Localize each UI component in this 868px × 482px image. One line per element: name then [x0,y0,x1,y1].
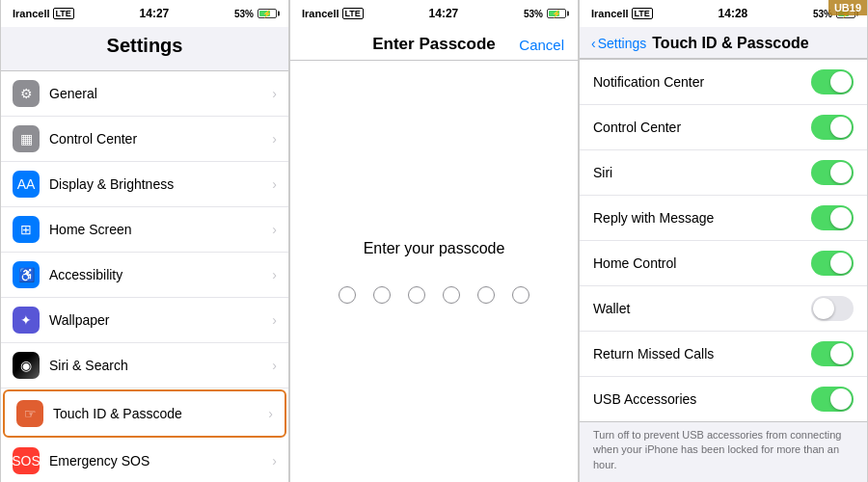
carrier-1: Irancell [13,8,50,19]
carrier-2: Irancell [302,8,339,19]
battery-pct-2: 53% [524,9,543,19]
status-bar-1: Irancell LTE 14:27 53% ⚡ [1,0,288,27]
row-icon-home: ⊞ [13,216,40,243]
passcode-dot-4 [443,286,460,304]
battery-bolt-2: ⚡ [552,10,561,18]
row-label-general: General [49,86,268,101]
row-icon-general: ⚙ [13,80,40,107]
settings-row-home[interactable]: ⊞ Home Screen › [1,207,288,253]
touchid-label-siri: Siri [593,165,811,180]
chevron-right-icon-display: › [272,176,277,192]
passcode-dot-2 [373,286,391,304]
passcode-dot-5 [477,286,495,304]
status-right-1: 53% ⚡ [234,9,277,19]
passcode-dot-6 [512,286,529,304]
row-label-display: Display & Brightness [49,176,268,192]
chevron-left-icon: ‹ [591,36,596,51]
battery-bolt-1: ⚡ [262,10,272,18]
row-label-home: Home Screen [49,222,268,237]
chevron-right-icon-access: › [272,267,277,282]
passcode-body: Enter your passcode [290,61,578,482]
touchid-row-reply-message[interactable]: Reply with Message [580,196,867,241]
panel-settings: Irancell LTE 14:27 53% ⚡ Settings ⚙ Gene… [0,0,289,482]
toggle-notification-center[interactable] [811,69,854,94]
row-label-control: Control Center [49,131,268,147]
touchid-row-wallet[interactable]: Wallet [580,286,867,332]
settings-row-control[interactable]: ▦ Control Center › [1,117,288,162]
time-3: 14:28 [719,7,748,20]
status-bar-2: Irancell LTE 14:27 53% ⚡ [290,0,578,27]
settings-row-sos[interactable]: SOS Emergency SOS › [1,439,288,482]
toggle-return-calls[interactable] [811,341,854,366]
touchid-label-usb: USB Accessories [593,391,811,407]
row-label-touch: Touch ID & Passcode [53,406,264,421]
panel-passcode: Irancell LTE 14:27 53% ⚡ Enter Passcode … [289,0,579,482]
settings-row-wallpaper[interactable]: ✦ Wallpaper › [1,298,288,343]
settings-row-siri[interactable]: ◉ Siri & Search › [1,343,288,388]
toggle-home-control[interactable] [811,251,854,276]
touchid-toggle-section: Notification Center Control Center Siri … [580,59,867,422]
row-icon-siri: ◉ [13,352,40,379]
network-1: LTE [53,8,74,19]
touchid-row-siri[interactable]: Siri [580,150,867,196]
row-icon-sos: SOS [13,447,40,474]
touchid-list[interactable]: Notification Center Control Center Siri … [580,59,867,482]
chevron-right-icon-sos: › [272,453,277,469]
watermark: UB19 [828,0,867,15]
back-label: Settings [598,36,647,51]
settings-row-display[interactable]: AA Display & Brightness › [1,162,288,207]
touchid-label-reply-message: Reply with Message [593,210,811,226]
carrier-3: Irancell [591,8,629,19]
row-icon-access: ♿ [13,261,40,288]
toggle-siri[interactable] [811,160,854,185]
settings-row-access[interactable]: ♿ Accessibility › [1,253,288,298]
toggle-reply-message[interactable] [811,205,854,230]
usb-desc: Turn off to prevent USB accessories from… [580,422,867,482]
status-left-3: Irancell LTE [591,8,653,19]
battery-pct-1: 53% [234,9,254,19]
passcode-dot-1 [339,286,356,304]
settings-row-general[interactable]: ⚙ General › [1,71,288,117]
row-label-wallpaper: Wallpaper [49,312,268,328]
chevron-right-icon-siri: › [272,358,277,373]
row-icon-control: ▦ [13,125,40,152]
settings-header: Settings [1,27,288,63]
back-button[interactable]: ‹ Settings [591,36,646,51]
row-icon-display: AA [13,171,40,198]
row-icon-touch: ☞ [16,400,43,427]
touchid-row-home-control[interactable]: Home Control [580,241,867,286]
toggle-control-center[interactable] [811,115,854,140]
touchid-row-control-center[interactable]: Control Center [580,105,867,150]
passcode-title: Enter Passcode [372,35,496,54]
panel-touchid: UB19 Irancell LTE 14:28 53% ⚡ ‹ Settings… [579,0,868,482]
time-1: 14:27 [140,7,170,20]
battery-icon-2: ⚡ [547,9,566,18]
touchid-row-return-calls[interactable]: Return Missed Calls [580,332,867,377]
battery-icon-1: ⚡ [258,9,277,18]
settings-section-main: ⚙ General › ▦ Control Center › AA Displa… [1,70,288,482]
touchid-label-home-control: Home Control [593,255,811,271]
touchid-label-control-center: Control Center [593,120,811,135]
touchid-title: Touch ID & Passcode [652,35,855,52]
touchid-row-notification-center[interactable]: Notification Center [580,60,867,105]
touchid-label-return-calls: Return Missed Calls [593,346,811,362]
settings-list[interactable]: ⚙ General › ▦ Control Center › AA Displa… [1,63,288,482]
chevron-right-icon-general: › [272,86,277,101]
chevron-right-icon-touch: › [268,406,273,421]
passcode-prompt: Enter your passcode [364,240,505,257]
chevron-right-icon-wallpaper: › [272,312,277,328]
chevron-right-icon-control: › [272,131,277,147]
status-left-1: Irancell LTE [13,8,74,19]
row-label-access: Accessibility [49,267,268,282]
status-left-2: Irancell LTE [302,8,364,19]
status-right-2: 53% ⚡ [524,9,566,19]
toggle-wallet[interactable] [811,296,854,321]
toggle-usb[interactable] [811,387,854,412]
passcode-cancel-button[interactable]: Cancel [519,37,564,53]
settings-title: Settings [16,35,273,57]
settings-row-touch[interactable]: ☞ Touch ID & Passcode › [3,389,286,438]
row-label-siri: Siri & Search [49,358,268,373]
touchid-row-usb[interactable]: USB Accessories [580,377,867,421]
passcode-header: Enter Passcode Cancel [290,27,578,61]
chevron-right-icon-home: › [272,222,277,237]
